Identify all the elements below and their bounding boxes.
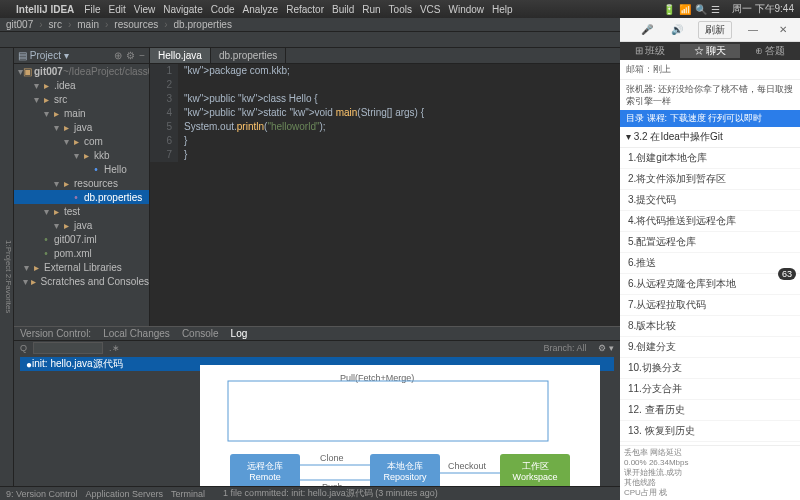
toc-item[interactable]: 6.从远程克隆仓库到本地 — [620, 274, 800, 295]
menu-code[interactable]: Code — [211, 4, 235, 15]
clock: 周一 下午9:44 — [732, 2, 794, 16]
crumb-segment[interactable]: db.properties — [174, 19, 232, 30]
branch-filter[interactable]: Branch: All — [543, 343, 586, 353]
vcs-search-input[interactable] — [33, 342, 103, 354]
tree-item[interactable]: •git007.iml — [14, 232, 149, 246]
minimize-icon[interactable]: — — [744, 21, 762, 39]
toc-item[interactable]: 2.将文件添加到暂存区 — [620, 169, 800, 190]
svg-text:Checkout: Checkout — [448, 461, 487, 471]
collapse-icon[interactable]: ⊕ — [114, 50, 122, 61]
toc-item[interactable]: 4.将代码推送到远程仓库 — [620, 211, 800, 232]
menu-file[interactable]: File — [84, 4, 100, 15]
menu-vcs[interactable]: VCS — [420, 4, 441, 15]
vcs-tab[interactable]: Log — [231, 328, 248, 339]
toc-item[interactable]: 11.分支合并 — [620, 379, 800, 400]
svg-text:Clone: Clone — [320, 453, 344, 463]
toc-item[interactable]: 3.提交代码 — [620, 190, 800, 211]
menu-navigate[interactable]: Navigate — [163, 4, 202, 15]
tree-item[interactable]: ▾▸src — [14, 92, 149, 106]
project-view-selector[interactable]: ▤ Project ▾ — [18, 50, 69, 61]
vcs-tab[interactable]: Version Control: — [20, 328, 91, 339]
chat-tab[interactable]: ☆ 聊天 — [680, 44, 740, 58]
toc-item[interactable]: 13. 恢复到历史 — [620, 421, 800, 442]
tree-item[interactable]: ▾▸test — [14, 204, 149, 218]
workspace-box: 工作区Workspace — [500, 454, 570, 490]
mac-menubar: IntelliJ IDEA FileEditViewNavigateCodeAn… — [0, 0, 800, 18]
menu-refactor[interactable]: Refactor — [286, 4, 324, 15]
tree-item[interactable]: ▾▸main — [14, 106, 149, 120]
menu-help[interactable]: Help — [492, 4, 513, 15]
chat-footer: 丢包率 网络延迟0.00% 26.34Mbps课开始推流.成功其他线路CPU占用… — [620, 445, 800, 500]
close-icon[interactable]: ✕ — [774, 21, 792, 39]
toc-item[interactable]: 6.推送 — [620, 253, 800, 274]
app-name: IntelliJ IDEA — [16, 4, 74, 15]
menu-analyze[interactable]: Analyze — [243, 4, 279, 15]
crumb-segment[interactable]: src — [49, 19, 62, 30]
toc-item[interactable]: 5.配置远程仓库 — [620, 232, 800, 253]
chat-message: 张机器: 还好没给你拿了桃不错，每日取搜索引擎一样 — [620, 80, 800, 110]
menu-window[interactable]: Window — [449, 4, 485, 15]
filter-icon[interactable]: Q — [20, 343, 27, 353]
tree-item[interactable]: ▾▸java — [14, 218, 149, 232]
gear-icon[interactable]: ⚙ — [126, 50, 135, 61]
repo-box: 本地仓库Repository — [370, 454, 440, 490]
toc-item[interactable]: 1.创建git本地仓库 — [620, 148, 800, 169]
menubar-icon[interactable]: 🔍 — [695, 4, 707, 15]
menu-view[interactable]: View — [134, 4, 156, 15]
editor-tab[interactable]: Hello.java — [150, 48, 211, 63]
tree-item[interactable]: ▾▸Scratches and Consoles — [14, 274, 149, 288]
toc-header: 目录 课程: 下载速度 行列可以即时 — [620, 110, 800, 127]
toc-item[interactable]: 12. 查看历史 — [620, 400, 800, 421]
toc-section-title[interactable]: ▾ 3.2 在Idea中操作Git — [620, 127, 800, 148]
svg-rect-0 — [228, 381, 548, 441]
vcs-tab[interactable]: Local Changes — [103, 328, 170, 339]
toc-item[interactable]: 7.从远程拉取代码 — [620, 295, 800, 316]
crumb-segment[interactable]: resources — [114, 19, 158, 30]
source-code[interactable]: "kw">package com.kkb; "kw">public "kw">c… — [178, 64, 424, 162]
chat-tab[interactable]: ⊞ 班级 — [620, 44, 680, 58]
toc-list: 1.创建git本地仓库2.将文件添加到暂存区3.提交代码4.将代码推送到远程仓库… — [620, 148, 800, 445]
status-item[interactable]: Application Servers — [86, 489, 164, 499]
status-message: 1 file committed: init: hello.java源代码 (3… — [223, 487, 438, 500]
toc-item[interactable]: 10.切换分支 — [620, 358, 800, 379]
mic-icon[interactable]: 🎤 — [638, 21, 656, 39]
tree-item[interactable]: •pom.xml — [14, 246, 149, 260]
toc-item[interactable]: 8.版本比较 — [620, 316, 800, 337]
menu-run[interactable]: Run — [362, 4, 380, 15]
tree-item[interactable]: ▾▸java — [14, 120, 149, 134]
tree-item[interactable]: ▾▸External Libraries — [14, 260, 149, 274]
hide-icon[interactable]: − — [139, 50, 145, 61]
badge-count: 63 — [778, 268, 796, 280]
left-tool-strip[interactable]: 1:Project 2:Favorites — [0, 48, 14, 500]
tree-item[interactable]: •Hello — [14, 162, 149, 176]
status-item[interactable]: 9: Version Control — [6, 489, 78, 499]
menubar-icon[interactable]: 🔋 — [663, 4, 675, 15]
project-tree[interactable]: ▾▣git007 ~/IdeaProject/class00 ▾▸.idea▾▸… — [14, 64, 149, 288]
tree-item[interactable]: ▾▸resources — [14, 176, 149, 190]
course-panel: 🎤 🔊 刷新 — ✕ ⊞ 班级☆ 聊天⊕ 答题 邮箱：刚上 张机器: 还好没给你… — [620, 18, 800, 500]
vcs-tab[interactable]: Console — [182, 328, 219, 339]
tree-item[interactable]: •db.properties — [14, 190, 149, 204]
tree-item[interactable]: ▾▸com — [14, 134, 149, 148]
chat-subheader: 邮箱：刚上 — [620, 60, 800, 80]
menu-edit[interactable]: Edit — [108, 4, 125, 15]
editor-tab[interactable]: db.properties — [211, 48, 286, 63]
toc-item[interactable]: 9.创建分支 — [620, 337, 800, 358]
remote-box: 远程仓库Remote — [230, 454, 300, 490]
chat-tab[interactable]: ⊕ 答题 — [740, 44, 800, 58]
crumb-segment[interactable]: main — [77, 19, 99, 30]
speaker-icon[interactable]: 🔊 — [668, 21, 686, 39]
menu-tools[interactable]: Tools — [389, 4, 412, 15]
menubar-icon[interactable]: ☰ — [711, 4, 720, 15]
tree-item[interactable]: ▾▸kkb — [14, 148, 149, 162]
gear-icon[interactable]: ⚙ ▾ — [598, 343, 614, 353]
status-item[interactable]: Terminal — [171, 489, 205, 499]
regex-icon[interactable]: .∗ — [109, 343, 120, 353]
tree-item[interactable]: ▾▸.idea — [14, 78, 149, 92]
menubar-icon[interactable]: 📶 — [679, 4, 691, 15]
crumb-segment[interactable]: git007 — [6, 19, 33, 30]
menu-build[interactable]: Build — [332, 4, 354, 15]
refresh-button[interactable]: 刷新 — [698, 21, 732, 39]
chat-tabs: ⊞ 班级☆ 聊天⊕ 答题 — [620, 42, 800, 60]
gutter: 1234567 — [150, 64, 178, 162]
